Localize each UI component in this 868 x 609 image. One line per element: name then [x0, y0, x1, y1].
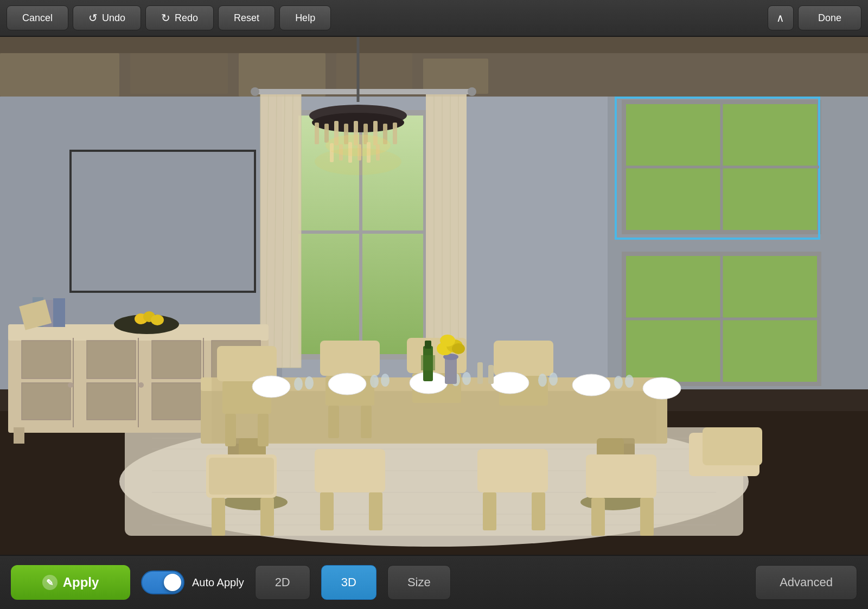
auto-apply-container: Auto Apply	[141, 570, 244, 594]
svg-point-142	[643, 377, 681, 399]
view-2d-button[interactable]: 2D	[255, 565, 310, 600]
svg-rect-134	[640, 498, 654, 536]
apply-icon: ✎	[42, 575, 58, 590]
svg-rect-123	[212, 498, 225, 536]
reset-button[interactable]: Reset	[218, 5, 275, 30]
advanced-button[interactable]: Advanced	[755, 565, 857, 600]
svg-rect-114	[320, 341, 380, 376]
svg-rect-6	[336, 53, 412, 91]
view-3d-button[interactable]: 3D	[321, 565, 376, 600]
svg-rect-77	[53, 298, 65, 327]
cancel-label: Cancel	[22, 12, 53, 24]
redo-button[interactable]: ↻ Redo	[145, 5, 214, 30]
svg-point-141	[572, 374, 610, 396]
scene-viewport[interactable]	[0, 37, 868, 555]
svg-rect-86	[22, 341, 71, 379]
done-label: Done	[818, 12, 841, 24]
svg-rect-37	[255, 89, 472, 94]
advanced-label: Advanced	[780, 575, 833, 589]
svg-point-39	[468, 87, 476, 96]
svg-rect-155	[421, 355, 435, 370]
svg-point-94	[68, 382, 73, 388]
svg-point-143	[294, 377, 303, 390]
svg-rect-116	[328, 406, 339, 438]
size-button[interactable]: Size	[387, 565, 451, 600]
help-label: Help	[295, 12, 315, 24]
svg-point-149	[538, 374, 547, 387]
view-3d-label: 3D	[341, 575, 356, 589]
svg-rect-4	[130, 53, 228, 94]
chevron-up-button[interactable]: ∧	[768, 5, 794, 30]
svg-rect-113	[258, 414, 269, 446]
svg-rect-87	[22, 383, 71, 420]
svg-point-140	[491, 372, 529, 394]
svg-point-152	[625, 375, 634, 388]
svg-rect-130	[483, 492, 496, 530]
help-button[interactable]: Help	[279, 5, 331, 30]
svg-point-148	[462, 372, 471, 385]
bottom-toolbar: ✎ Apply Auto Apply 2D 3D Size Advanced	[0, 555, 868, 609]
svg-rect-3	[0, 53, 119, 97]
svg-rect-120	[494, 341, 553, 376]
svg-rect-7	[423, 59, 488, 94]
svg-rect-97	[14, 427, 24, 444]
svg-point-38	[251, 87, 259, 96]
svg-rect-125	[209, 458, 274, 495]
undo-button[interactable]: ↺ Undo	[73, 5, 141, 30]
cancel-button[interactable]: Cancel	[7, 5, 68, 30]
svg-rect-128	[369, 492, 382, 530]
view-2d-label: 2D	[275, 575, 290, 589]
svg-rect-88	[87, 341, 136, 379]
svg-point-59	[315, 148, 401, 175]
auto-apply-toggle[interactable]	[141, 570, 184, 594]
svg-rect-51	[393, 123, 397, 144]
svg-rect-129	[477, 449, 548, 492]
undo-label: Undo	[102, 12, 125, 24]
svg-rect-2	[0, 37, 868, 53]
svg-rect-72	[73, 153, 253, 290]
chevron-up-icon: ∧	[776, 11, 784, 24]
undo-icon: ↺	[88, 11, 98, 24]
svg-point-160	[440, 335, 455, 347]
reset-label: Reset	[234, 12, 259, 24]
svg-rect-131	[532, 492, 545, 530]
svg-rect-132	[586, 454, 656, 498]
svg-rect-127	[320, 492, 334, 530]
apply-label: Apply	[63, 575, 99, 590]
svg-rect-162	[477, 362, 483, 384]
svg-rect-43	[315, 123, 319, 144]
svg-rect-136	[703, 427, 762, 465]
svg-rect-154	[425, 341, 431, 349]
svg-point-144	[305, 376, 314, 389]
scene-svg	[0, 37, 868, 555]
svg-point-151	[614, 376, 623, 389]
svg-rect-124	[260, 498, 274, 536]
auto-apply-label: Auto Apply	[192, 576, 244, 589]
svg-point-161	[452, 343, 465, 354]
svg-rect-44	[324, 124, 329, 143]
svg-rect-32	[426, 91, 467, 368]
redo-label: Redo	[175, 12, 198, 24]
svg-rect-112	[225, 414, 236, 446]
size-label: Size	[407, 575, 431, 589]
svg-rect-89	[87, 383, 136, 420]
svg-rect-156	[445, 357, 457, 384]
svg-rect-91	[152, 383, 201, 420]
svg-point-138	[328, 373, 366, 395]
svg-rect-133	[591, 498, 605, 536]
svg-rect-90	[152, 341, 201, 379]
svg-rect-163	[488, 365, 494, 384]
svg-rect-126	[315, 449, 385, 492]
svg-point-146	[381, 374, 390, 387]
svg-point-137	[252, 376, 290, 398]
svg-point-95	[138, 382, 144, 388]
done-button[interactable]: Done	[798, 5, 861, 30]
svg-point-145	[370, 375, 379, 388]
svg-rect-117	[361, 406, 372, 438]
redo-icon: ↻	[161, 11, 170, 24]
apply-button[interactable]: ✎ Apply	[11, 565, 130, 600]
svg-point-82	[151, 315, 164, 325]
svg-point-150	[549, 373, 558, 386]
top-toolbar: Cancel ↺ Undo ↻ Redo Reset Help ∧ Done	[0, 0, 868, 37]
toggle-knob	[164, 574, 181, 591]
